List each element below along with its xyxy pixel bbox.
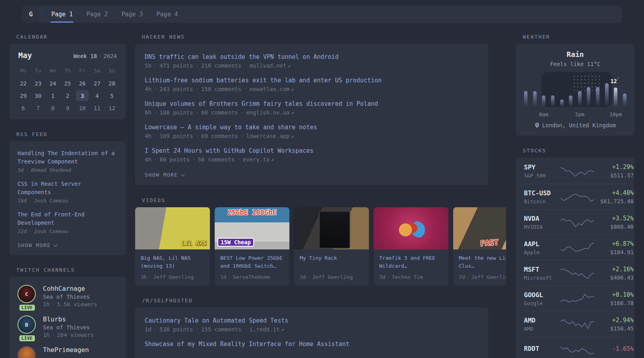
stock-name: Bitcoin: [524, 198, 561, 204]
post-meta: 5h·471 points·216 comments·mullvad.net↗: [145, 62, 479, 69]
stock-identity: BTC-USDBitcoin: [524, 189, 561, 204]
tab-page-3[interactable]: Page 3: [120, 6, 144, 23]
rss-item-time: 3d: [17, 167, 24, 173]
stock-row[interactable]: RDDT-1.65%: [524, 337, 627, 358]
tab-page-2[interactable]: Page 2: [85, 6, 109, 23]
stock-name: AMD: [524, 326, 561, 332]
stock-price: $888.40: [594, 224, 634, 230]
stocks-widget: STOCKS SPYS&P 500+1.29%$511.57BTC-USDBit…: [516, 148, 634, 358]
video-card[interactable]: Traefik 3 and FREE Wildcard…3d·Techno Ti…: [374, 207, 448, 286]
calendar-week: Week 18: [74, 53, 97, 59]
twitch-channel-list: CLIVECohhCarnageSea of Thieves1h·5.5k vi…: [17, 285, 118, 358]
calendar-day-selected: 3: [75, 90, 90, 101]
stock-values: +6.87%$184.91: [594, 240, 634, 255]
video-time: 3d: [300, 274, 306, 280]
stock-sparkline: [561, 342, 594, 357]
rss-item-title[interactable]: The End of Front-End Development: [17, 210, 118, 227]
post-source-link[interactable]: every.to: [243, 156, 270, 163]
video-title[interactable]: Big NAS, Lil NAS (moving 13): [141, 254, 204, 270]
stock-row[interactable]: GOOGLGoogle+0.10%$166.78: [524, 286, 627, 311]
separator-dot: ·: [241, 109, 244, 116]
hackernews-show-more-button[interactable]: SHOW MORE: [145, 172, 184, 178]
post-title[interactable]: Lithium-free sodium batteries exit the l…: [145, 77, 479, 84]
stock-row[interactable]: AMDAMD+2.94%$150.45: [524, 311, 627, 337]
stock-price: $406.43: [594, 274, 634, 281]
post-source-link[interactable]: mullvad.net: [250, 62, 287, 69]
twitch-channel-row[interactable]: ThePrimeagen: [17, 346, 118, 358]
calendar-day-number: 2: [61, 90, 74, 101]
right-column: WEATHER Rain Feels like 11°C 12° 6am2pm1…: [516, 34, 634, 358]
video-thumbnail[interactable]: [294, 207, 369, 249]
calendar-card: May Week 18·2024 MoTuWeThFrSaSu222324252…: [10, 44, 126, 119]
tab-page-4[interactable]: Page 4: [156, 6, 179, 23]
post-title[interactable]: Lowercase – A simple way to take and sha…: [145, 124, 479, 131]
stock-identity: RDDT: [524, 345, 561, 354]
rss-widget: RSS FEED Handling The Indentation of a T…: [10, 131, 126, 255]
stock-values: +1.29%$511.57: [594, 163, 634, 179]
weather-axis-label: 6am: [539, 111, 548, 117]
twitch-uptime: 1h: [43, 301, 50, 307]
stock-row[interactable]: SPYS&P 500+1.29%$511.57: [524, 158, 627, 184]
video-title[interactable]: Traefik 3 and FREE Wildcard…: [379, 254, 443, 270]
post-source-link[interactable]: english.nv.ua: [246, 109, 290, 116]
video-thumbnail[interactable]: [374, 207, 448, 249]
calendar-day: 4: [90, 90, 105, 101]
calendar-widget-label: CALENDAR: [16, 34, 126, 40]
video-meta: 7d·Jeff Geerling: [459, 274, 506, 280]
post-item: I Spent 24 Hours with GitHub Copilot Wor…: [145, 147, 479, 163]
video-thumbnail[interactable]: LIL NAS: [135, 207, 210, 249]
post-title[interactable]: Cautionary Tale on Automated Speed Tests: [145, 317, 479, 324]
stock-row[interactable]: NVDANVIDIA+3.52%$888.40: [524, 209, 627, 235]
rss-show-more-button[interactable]: SHOW MORE: [17, 242, 57, 248]
weather-feels-like: Feels like 11°C: [524, 61, 627, 67]
video-thumbnail[interactable]: 25GbE 100GbE15W Cheap: [215, 207, 289, 249]
post-title[interactable]: DNS traffic can leak outside the VPN tun…: [145, 53, 479, 60]
calendar-day: 12: [105, 102, 119, 114]
separator-dot: ·: [228, 274, 231, 280]
video-meta: 3h·Jeff Geerling: [141, 274, 204, 280]
external-link-icon: ↗: [287, 63, 291, 69]
post-title[interactable]: Showcase of my Mixed Reality Interface f…: [145, 340, 479, 348]
twitch-channel-row[interactable]: BLIVEBlurbsSea of Thieves1h·264 viewers: [17, 315, 118, 338]
video-card[interactable]: LIL NASBig NAS, Lil NAS (moving 13)3h·Je…: [135, 207, 210, 286]
calendar-day: 26: [75, 78, 90, 89]
video-card[interactable]: My Tiny Rack3d·Jeff Geerling: [294, 207, 369, 286]
stock-row[interactable]: MSFTMicrosoft+2.16%$406.43: [524, 260, 627, 286]
stock-row[interactable]: BTC-USDBitcoin+4.40%$61,725.48: [524, 184, 627, 209]
calendar-day: 25: [60, 78, 75, 89]
rss-item-author: Ahmad Shadeed: [31, 167, 71, 173]
weather-widget: WEATHER Rain Feels like 11°C 12° 6am2pm1…: [516, 34, 634, 136]
video-card[interactable]: 25GbE 100GbE15W CheapBEST Low Power 25Gb…: [215, 207, 289, 286]
calendar-day: 9: [60, 102, 75, 114]
page-tabs: Page 1Page 2Page 3Page 4: [40, 6, 179, 23]
post-title[interactable]: Unique volumes of Brothers Grimm fairy t…: [145, 100, 479, 107]
weather-bar-current: [614, 88, 617, 107]
calendar-weekday: Mo: [16, 66, 31, 77]
video-thumbnail[interactable]: FAST: [453, 207, 506, 249]
calendar-day-number: 11: [91, 103, 103, 113]
tab-page-1[interactable]: Page 1: [50, 6, 74, 23]
stock-values: +3.52%$888.40: [594, 215, 634, 230]
video-title[interactable]: My Tiny Rack: [300, 254, 363, 270]
calendar-weekday: Th: [60, 66, 75, 77]
video-author: Jeff Geerling: [312, 274, 353, 280]
twitch-channel-row[interactable]: CLIVECohhCarnageSea of Thieves1h·5.5k vi…: [17, 285, 118, 307]
calendar-month: May: [18, 51, 32, 60]
rss-item-title[interactable]: CSS in React Server Components: [17, 180, 118, 197]
rss-item-title[interactable]: Handling The Indentation of a Treeview C…: [17, 149, 118, 166]
post-source-link[interactable]: lowercase.app: [246, 133, 290, 139]
stock-name: Apple: [524, 249, 561, 255]
calendar-day-number: 12: [105, 103, 118, 113]
stock-sparkline: [561, 240, 594, 255]
video-card[interactable]: FASTMeet the new Linux Clus…7d·Jeff Geer…: [453, 207, 506, 286]
app-logo[interactable]: G: [22, 6, 40, 23]
post-source-link[interactable]: i.redd.it: [250, 326, 280, 333]
video-title[interactable]: Meet the new Linux Clus…: [459, 254, 506, 270]
separator-dot: ·: [196, 133, 199, 139]
post-title[interactable]: I Spent 24 Hours with GitHub Copilot Wor…: [145, 147, 479, 154]
post-source-link[interactable]: newatlas.com: [250, 86, 290, 92]
twitch-channel-game: Sea of Thieves: [43, 324, 94, 331]
stock-row[interactable]: AAPLApple+6.87%$184.91: [524, 235, 627, 260]
chevron-down-icon: [181, 172, 185, 176]
video-title[interactable]: BEST Low Power 25GbE and 100GbE Switch…: [220, 254, 284, 270]
